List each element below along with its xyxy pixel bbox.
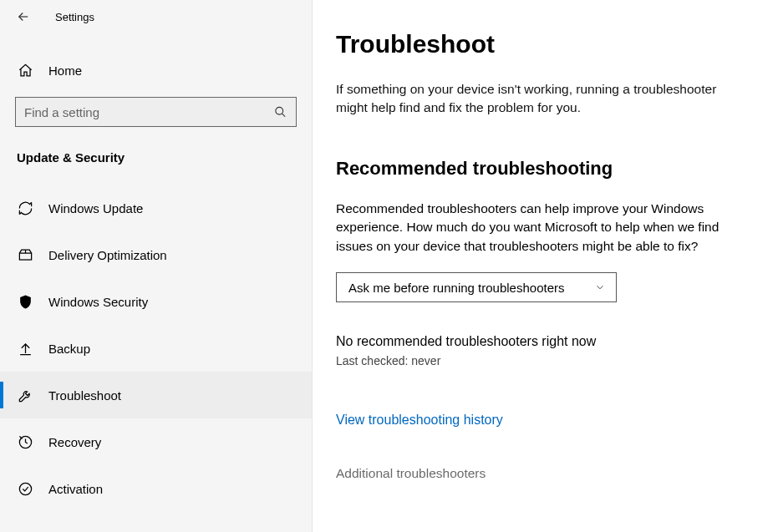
sidebar-item-label: Activation — [48, 482, 103, 496]
sync-icon — [17, 200, 33, 216]
back-button[interactable] — [15, 8, 32, 25]
sidebar-item-label: Home — [48, 63, 82, 78]
view-history-link[interactable]: View troubleshooting history — [336, 413, 503, 428]
sidebar-item-label: Recovery — [48, 435, 101, 449]
svg-rect-1 — [19, 253, 31, 260]
dropdown-value: Ask me before running troubleshooters — [348, 281, 564, 295]
sidebar-item-label: Windows Security — [48, 295, 148, 309]
recommended-heading: Recommended troubleshooting — [336, 158, 751, 180]
page-title: Troubleshoot — [336, 30, 751, 58]
sidebar-item-home[interactable]: Home — [0, 53, 312, 87]
additional-troubleshooters-link[interactable]: Additional troubleshooters — [336, 466, 751, 481]
shield-icon — [17, 293, 33, 310]
recommended-text: Recommended troubleshooters can help imp… — [336, 200, 751, 256]
sidebar-item-recovery[interactable]: Recovery — [0, 418, 312, 465]
sidebar-item-label: Delivery Optimization — [48, 248, 167, 262]
chevron-down-icon — [594, 281, 606, 293]
troubleshoot-preference-dropdown[interactable]: Ask me before running troubleshooters — [336, 272, 617, 302]
sidebar-section-title: Update & Security — [0, 150, 312, 165]
sidebar-item-label: Backup — [48, 342, 90, 356]
app-title: Settings — [55, 11, 94, 23]
sidebar-item-troubleshoot[interactable]: Troubleshoot — [0, 372, 312, 418]
sidebar-item-label: Windows Update — [48, 201, 143, 215]
intro-text: If something on your device isn't workin… — [336, 80, 751, 118]
arrow-left-icon — [16, 9, 31, 24]
search-input[interactable] — [15, 97, 297, 127]
sidebar-item-label: Troubleshoot — [48, 388, 121, 403]
sidebar-item-activation[interactable]: Activation — [0, 465, 312, 512]
svg-point-3 — [19, 483, 31, 494]
sidebar-item-windows-security[interactable]: Windows Security — [0, 278, 312, 325]
recovery-icon — [17, 433, 33, 450]
last-checked-text: Last checked: never — [336, 354, 751, 367]
delivery-icon — [17, 246, 33, 263]
sidebar-item-delivery-optimization[interactable]: Delivery Optimization — [0, 231, 312, 278]
main-content: Troubleshoot If something on your device… — [313, 0, 783, 532]
sidebar: Settings Home Update & Security Windows … — [0, 0, 313, 532]
title-bar: Settings — [0, 3, 312, 30]
search-container — [15, 97, 297, 127]
sidebar-item-backup[interactable]: Backup — [0, 325, 312, 372]
wrench-icon — [17, 387, 33, 403]
check-circle-icon — [17, 480, 33, 497]
nav-list: Windows Update Delivery Optimization Win… — [0, 185, 312, 512]
backup-icon — [17, 340, 33, 357]
home-icon — [17, 62, 33, 79]
no-recommendations-text: No recommended troubleshooters right now — [336, 334, 751, 349]
sidebar-item-windows-update[interactable]: Windows Update — [0, 185, 312, 231]
